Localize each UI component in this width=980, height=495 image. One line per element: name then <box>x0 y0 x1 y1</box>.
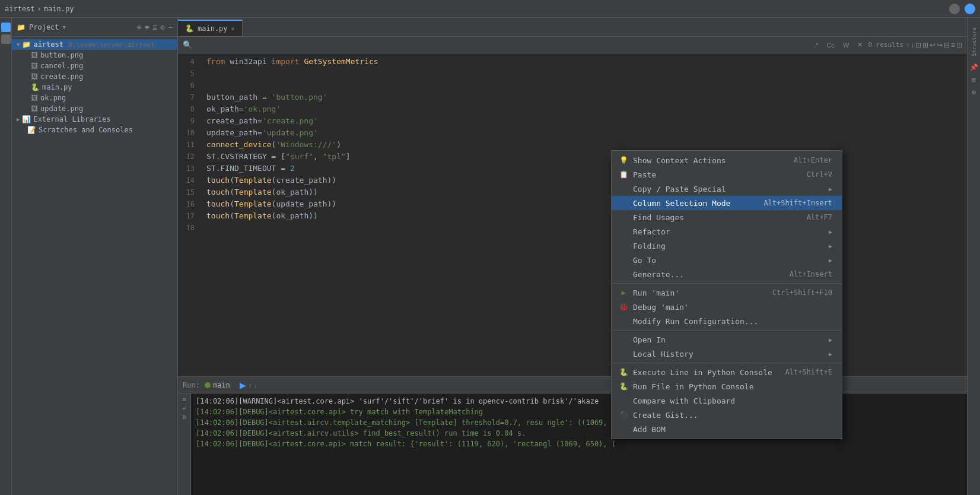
run-scroll-down-button[interactable]: ↓ <box>254 380 257 390</box>
code-line-10: 10 update_path='update.png' <box>178 127 967 139</box>
tree-item-external-libs[interactable]: ▶ 📊 External Libraries <box>12 114 177 125</box>
folding-icon <box>619 241 628 250</box>
line-number-17: 17 <box>178 210 202 222</box>
close-search-button[interactable]: ✕ <box>854 40 866 50</box>
search-prev-button[interactable]: ↑ <box>906 41 909 49</box>
code-line-16: 16 touch(Template(update_path)) <box>178 198 967 210</box>
file-icon-png: 🖼 <box>31 94 38 102</box>
tab-main-py[interactable]: 🐍 main.py × <box>178 20 243 36</box>
menu-shortcut: Alt+Shift+E <box>785 368 832 376</box>
expand-icon[interactable]: ≡ <box>145 23 149 31</box>
menu-item-label: Local History <box>633 350 693 358</box>
search-filter-button[interactable]: ⊡ <box>915 41 921 49</box>
settings-icon[interactable]: ⚙ <box>161 23 165 31</box>
run-tab-main[interactable]: main <box>205 381 230 389</box>
menu-item-label: Execute Line in Python Console <box>633 368 772 377</box>
tree-item-update-png[interactable]: 🖼 update.png <box>12 103 177 114</box>
menu-item-run-file-python[interactable]: 🐍 Run File in Python Console <box>612 379 842 394</box>
project-icon[interactable] <box>1 23 11 32</box>
line-number-18: 18 <box>178 222 202 234</box>
tree-item-button-png[interactable]: 🖼 button.png <box>12 50 177 61</box>
menu-item-folding[interactable]: Folding ▶ <box>612 239 842 253</box>
line-number-13: 13 <box>178 163 202 174</box>
breadcrumb-file[interactable]: main.py <box>44 5 74 13</box>
line-content-4: from win32api import GetSystemMetrics <box>202 56 967 68</box>
menu-item-label: Modify Run Configuration... <box>633 317 758 326</box>
run-structure-icon[interactable]: ≡ <box>182 396 186 402</box>
word-button[interactable]: W <box>840 40 852 50</box>
python-console-icon: 🐍 <box>619 367 628 377</box>
tree-item-create-png[interactable]: 🖼 create.png <box>12 71 177 82</box>
search-opt2-button[interactable]: ↪ <box>937 41 943 49</box>
code-line-8: 8 ok_path='ok.png' <box>178 103 967 115</box>
tree-item-main-py[interactable]: 🐍 main.py <box>12 82 177 93</box>
menu-item-add-bom[interactable]: Add BOM <box>612 422 842 436</box>
run-clear-icon[interactable]: ⊞ <box>182 414 186 420</box>
tree-expand-icon: ▼ <box>17 42 20 47</box>
menu-item-label: Copy / Paste Special <box>633 185 726 193</box>
menu-item-run-main[interactable]: ▶ Run 'main' Ctrl+Shift+F10 <box>612 285 842 300</box>
menu-item-paste[interactable]: 📋 Paste Ctrl+V <box>612 167 842 182</box>
structure-expand-icon[interactable]: ⊞ <box>972 76 976 84</box>
locate-icon[interactable]: ⊕ <box>137 23 141 31</box>
external-libs-icon: 📊 <box>22 115 31 123</box>
structure-icon[interactable] <box>1 34 11 44</box>
editor-area[interactable]: 4 from win32api import GetSystemMetrics … <box>178 53 967 376</box>
run-scroll-button[interactable]: ↑ <box>249 380 252 390</box>
find-icon <box>619 212 628 222</box>
menu-item-generate[interactable]: Generate... Alt+Insert <box>612 267 842 281</box>
search-input[interactable] <box>196 41 807 49</box>
code-line-11: 11 connect_device('Windows:///') <box>178 139 967 151</box>
menu-item-open-in[interactable]: Open In ▶ <box>612 332 842 347</box>
tree-scratches-label: Scratches and Consoles <box>39 126 133 134</box>
menu-item-find-usages[interactable]: Find Usages Alt+F7 <box>612 210 842 224</box>
menu-item-local-history[interactable]: Local History ▶ <box>612 347 842 361</box>
menu-item-column-selection[interactable]: Column Selection Mode Alt+Shift+Insert <box>612 196 842 210</box>
menu-item-debug-main[interactable]: 🐞 Debug 'main' <box>612 300 842 314</box>
tab-close-button[interactable]: × <box>231 26 235 32</box>
menu-item-refactor[interactable]: Refactor ▶ <box>612 224 842 239</box>
run-tab-label: main <box>213 381 230 389</box>
menu-item-copy-paste-special[interactable]: Copy / Paste Special ▶ <box>612 182 842 196</box>
search-next-button[interactable]: ↓ <box>911 41 914 49</box>
collapse-icon[interactable]: ≣ <box>152 23 157 31</box>
code-line-12: 12 ST.CVSTRATEGY = ["surf", "tpl"] <box>178 151 967 163</box>
run-wrap-icon[interactable]: ↩ <box>182 405 186 411</box>
menu-item-create-gist[interactable]: ⚫ Create Gist... <box>612 408 842 422</box>
context-menu: 💡 Show Context Actions Alt+Enter 📋 Paste… <box>611 150 842 439</box>
run-panel-body: ≡ ↩ ⊞ [14:02:06][WARNING]<airtest.core.a… <box>178 394 967 495</box>
tree-item-cancel-png[interactable]: 🖼 cancel.png <box>12 61 177 71</box>
menu-item-execute-line-python[interactable]: 🐍 Execute Line in Python Console Alt+Shi… <box>612 365 842 379</box>
structure-settings-icon[interactable]: ⚙ <box>972 88 976 96</box>
run-output-line-2: [14:02:06][DEBUG]<airtest.core.api> try … <box>196 407 962 417</box>
run-play-button[interactable]: ▶ <box>240 380 246 390</box>
tree-item-scratches[interactable]: 📝 Scratches and Consoles <box>12 125 177 135</box>
search-filter3-button[interactable]: ⊡ <box>956 41 962 49</box>
line-number-7: 7 <box>178 91 202 103</box>
search-opt1-button[interactable]: ↩ <box>930 41 936 49</box>
regex-button[interactable]: .* <box>811 40 821 50</box>
project-dropdown-icon[interactable]: ▼ <box>63 24 66 30</box>
tree-item-airtest-root[interactable]: ▼ 📁 airtest D:\code\server\airtest <box>12 39 177 50</box>
search-filter2-button[interactable]: ⊞ <box>922 41 928 49</box>
menu-item-show-context-actions[interactable]: 💡 Show Context Actions Alt+Enter <box>612 153 842 167</box>
search-opt3-button[interactable]: ⊟ <box>944 41 950 49</box>
search-nav: ↑ ↓ ⊡ ⊞ ↩ ↪ ⊟ ≡ ⊡ <box>906 41 962 49</box>
structure-pin-icon[interactable]: 📌 <box>970 64 978 71</box>
case-sensitive-button[interactable]: Cc <box>824 40 838 50</box>
user-avatar[interactable] <box>949 4 960 14</box>
menu-item-modify-run-config[interactable]: Modify Run Configuration... <box>612 314 842 328</box>
menu-item-compare-clipboard[interactable]: Compare with Clipboard <box>612 394 842 408</box>
menu-item-goto[interactable]: Go To ▶ <box>612 253 842 267</box>
modify-run-icon <box>619 316 628 326</box>
search-bar: 🔍 .* Cc W ✕ 0 results ↑ ↓ ⊡ ⊞ ↩ ↪ ⊟ ≡ ⊡ <box>178 37 967 53</box>
tree-file-label: cancel.png <box>40 62 83 70</box>
breadcrumb-airtest[interactable]: airtest <box>5 5 35 13</box>
hide-panel-icon[interactable]: − <box>168 23 173 31</box>
tree-item-ok-png[interactable]: 🖼 ok.png <box>12 93 177 103</box>
search-opt4-button[interactable]: ≡ <box>951 41 955 49</box>
line-number-11: 11 <box>178 139 202 151</box>
line-content-13: ST.FIND_TIMEOUT = 2 <box>202 163 967 174</box>
tree-file-label: update.png <box>40 104 83 113</box>
file-icon-py: 🐍 <box>31 83 40 91</box>
